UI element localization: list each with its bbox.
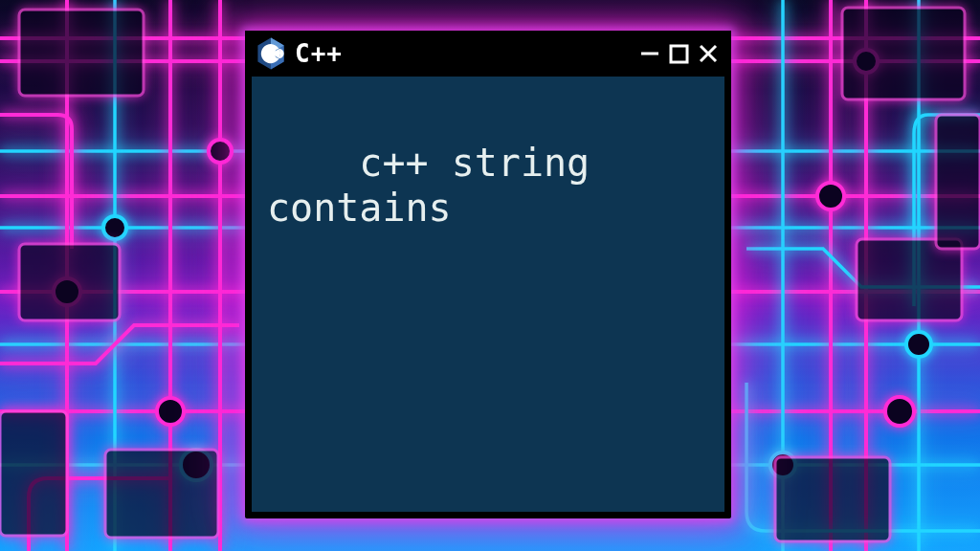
svg-rect-10 <box>19 10 144 96</box>
svg-rect-17 <box>936 115 980 249</box>
cpp-logo-icon <box>256 37 285 70</box>
svg-point-9 <box>885 397 914 426</box>
svg-rect-15 <box>775 457 890 541</box>
svg-point-4 <box>817 183 844 209</box>
titlebar[interactable]: C++ <box>245 31 731 77</box>
svg-point-3 <box>906 332 931 357</box>
minimize-button[interactable] <box>639 42 662 65</box>
svg-rect-11 <box>842 8 965 99</box>
svg-point-2 <box>157 398 184 425</box>
svg-rect-22 <box>275 51 276 55</box>
window-controls <box>639 42 720 65</box>
terminal-window: C++ c++ string contains <box>245 31 731 518</box>
svg-rect-26 <box>671 46 687 62</box>
window-title: C++ <box>295 39 343 68</box>
svg-rect-24 <box>279 51 280 55</box>
svg-rect-14 <box>105 450 218 538</box>
maximize-button[interactable] <box>668 42 691 65</box>
svg-rect-16 <box>0 411 67 536</box>
svg-point-1 <box>103 216 126 239</box>
svg-point-7 <box>209 140 232 163</box>
close-button[interactable] <box>697 42 720 65</box>
terminal-content: c++ string contains <box>267 141 612 230</box>
terminal-body[interactable]: c++ string contains <box>252 77 724 512</box>
svg-rect-13 <box>857 239 962 320</box>
svg-rect-12 <box>19 244 120 320</box>
